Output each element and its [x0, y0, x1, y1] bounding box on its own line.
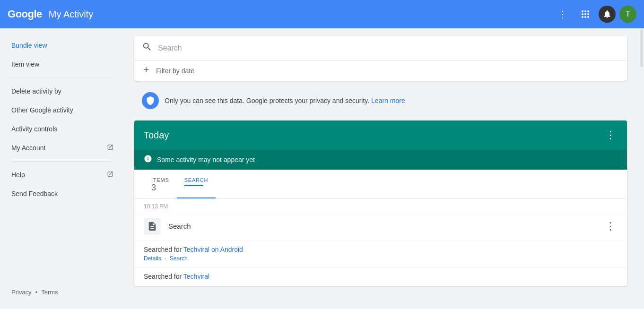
terms-link[interactable]: Terms	[41, 289, 58, 296]
searched-text-2: Searched for Techviral	[144, 273, 618, 280]
tab-search[interactable]: SEARCH	[177, 173, 216, 198]
today-card: Today ⋮ Some activity may not appear yet…	[134, 120, 627, 286]
activity-notice-text: Some activity may not appear yet	[157, 156, 255, 163]
apps-button[interactable]	[576, 5, 595, 24]
sidebar-item-activity-controls[interactable]: Activity controls	[0, 120, 123, 138]
shield-icon	[142, 92, 159, 109]
tab-items[interactable]: ITEMS 3	[144, 173, 177, 198]
sidebar-item-other-google[interactable]: Other Google activity	[0, 101, 123, 120]
document-icon	[147, 221, 157, 232]
sidebar-item-send-feedback[interactable]: Send Feedback	[0, 184, 123, 203]
logo-area: Google My Activity	[8, 8, 93, 20]
filter-label: Filter by date	[156, 67, 194, 75]
searched-meta-1: Details · Search	[144, 255, 618, 262]
search-container: Filter by date	[134, 36, 627, 81]
more-options-button[interactable]: ⋮	[553, 5, 572, 24]
search-link-2[interactable]: Techviral	[183, 273, 209, 280]
search-meta-link-1[interactable]: Search	[170, 255, 188, 262]
details-link-1[interactable]: Details	[144, 255, 161, 262]
help-external-icon	[107, 171, 113, 179]
sidebar: Bundle view Item view Delete activity by…	[0, 28, 123, 309]
info-icon	[144, 154, 152, 165]
filter-plus-icon	[142, 65, 150, 76]
today-header: Today ⋮	[134, 120, 627, 150]
sidebar-item-delete-activity[interactable]: Delete activity by	[0, 82, 123, 101]
activity-title: Search	[168, 222, 191, 230]
sidebar-divider-2	[11, 161, 112, 162]
sidebar-item-my-account[interactable]: My Account	[0, 138, 123, 157]
activity-more-button[interactable]: ⋮	[603, 219, 618, 233]
avatar[interactable]: T	[619, 6, 636, 23]
bell-icon	[602, 9, 612, 19]
header-icons: ⋮ T	[553, 5, 636, 24]
tab-underline	[184, 185, 203, 186]
learn-more-link[interactable]: Learn more	[371, 97, 405, 104]
activity-content: Search	[168, 222, 603, 231]
footer-dot: •	[35, 289, 38, 296]
sidebar-footer: Privacy • Terms	[0, 283, 123, 301]
privacy-text: Only you can see this data. Google prote…	[165, 97, 405, 104]
apps-icon	[580, 9, 591, 20]
today-menu-button[interactable]: ⋮	[603, 128, 618, 142]
sidebar-item-item-view[interactable]: Item view	[0, 55, 123, 74]
external-link-icon	[107, 144, 113, 152]
main-layout: Bundle view Item view Delete activity by…	[0, 28, 644, 309]
header: Google My Activity ⋮ T	[0, 0, 644, 28]
activity-notice: Some activity may not appear yet	[134, 150, 627, 170]
sidebar-spacer	[0, 203, 123, 283]
page-title: My Activity	[49, 9, 93, 20]
privacy-link[interactable]: Privacy	[11, 289, 32, 296]
activity-icon-wrap	[144, 218, 161, 235]
searched-text-1: Searched for Techviral on Android	[144, 246, 618, 253]
activity-time: 10:13 PM	[134, 198, 627, 212]
activity-item: Search ⋮	[134, 212, 627, 240]
search-input[interactable]	[158, 44, 619, 52]
privacy-notice: Only you can see this data. Google prote…	[134, 86, 627, 115]
today-title: Today	[144, 130, 169, 141]
content-area: Filter by date Only you can see this dat…	[123, 28, 638, 309]
scrollbar-area	[638, 28, 644, 309]
searched-item-2: Searched for Techviral	[134, 267, 627, 286]
search-icon	[142, 42, 152, 54]
meta-dot-1: ·	[165, 255, 166, 262]
sidebar-divider-1	[11, 77, 112, 78]
searched-item-1: Searched for Techviral on Android Detail…	[134, 240, 627, 267]
search-row	[134, 36, 627, 60]
notifications-button[interactable]	[599, 6, 616, 23]
filter-row[interactable]: Filter by date	[134, 60, 627, 81]
scrollbar-thumb[interactable]	[640, 29, 643, 67]
google-logo: Google	[8, 8, 42, 20]
sidebar-item-help[interactable]: Help	[0, 165, 123, 184]
sidebar-item-bundle-view[interactable]: Bundle view	[0, 36, 123, 55]
more-options-icon: ⋮	[558, 9, 567, 20]
search-link-1[interactable]: Techviral on Android	[183, 246, 243, 253]
tabs-row: ITEMS 3 SEARCH	[134, 170, 627, 198]
